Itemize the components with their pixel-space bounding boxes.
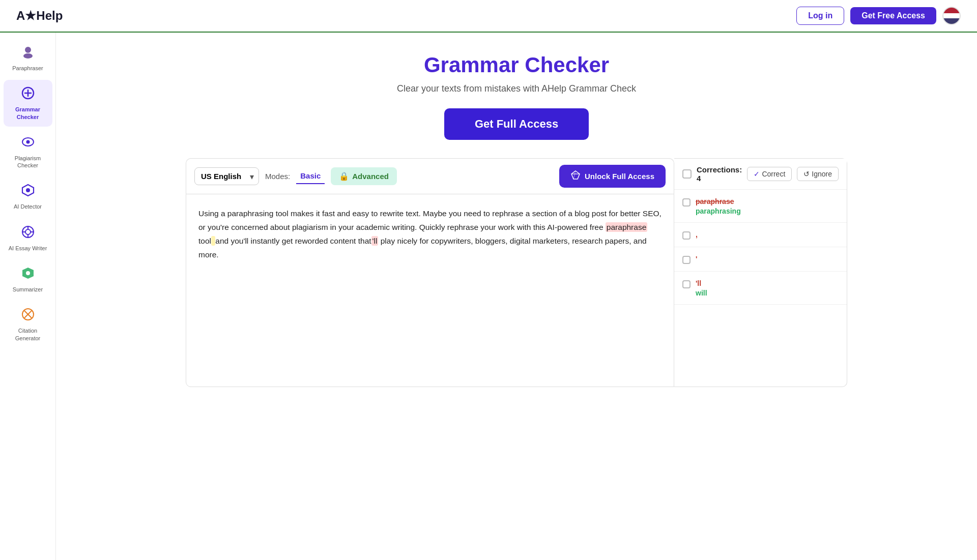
paraphraser-icon bbox=[21, 45, 35, 63]
plagiarism-checker-icon bbox=[21, 135, 35, 153]
login-button[interactable]: Log in bbox=[796, 7, 844, 25]
svg-point-8 bbox=[26, 188, 30, 192]
sidebar-item-citation-generator[interactable]: Citation Generator bbox=[4, 301, 52, 348]
grammar-checker-icon bbox=[21, 86, 35, 104]
sidebar-item-summarizer-label: Summarizer bbox=[13, 286, 43, 293]
sidebar-item-paraphraser-label: Paraphraser bbox=[12, 65, 43, 72]
language-flag[interactable] bbox=[942, 7, 961, 25]
sidebar-item-summarizer[interactable]: Summarizer bbox=[4, 260, 52, 299]
sidebar-item-ai-label: AI Detector bbox=[14, 203, 42, 210]
lock-icon: 🔒 bbox=[339, 171, 349, 181]
tool-area: US English UK English Modes: Basic 🔒 Adv… bbox=[186, 158, 847, 387]
sidebar-item-grammar-label: Grammar Checker bbox=[8, 106, 48, 121]
language-selector[interactable]: US English UK English bbox=[194, 167, 259, 185]
checkmark-icon: ✓ bbox=[754, 170, 760, 178]
editor-text-part2: tool bbox=[198, 237, 211, 245]
get-full-access-button[interactable]: Get Full Access bbox=[444, 108, 589, 140]
correction-checkbox-2[interactable] bbox=[682, 231, 691, 240]
sidebar-item-plagiarism-checker[interactable]: Plagiarism Checker bbox=[4, 129, 52, 175]
toolbar: US English UK English Modes: Basic 🔒 Adv… bbox=[186, 158, 674, 194]
ignore-label: Ignore bbox=[812, 170, 832, 178]
ignore-button[interactable]: ↺ Ignore bbox=[797, 167, 839, 181]
correction-content-2: , bbox=[696, 230, 839, 239]
correction-item-1: paraphrase paraphrasing bbox=[674, 190, 847, 223]
hero-subtitle: Clear your texts from mistakes with AHel… bbox=[66, 83, 967, 94]
correct-label: Correct bbox=[762, 170, 785, 178]
correction-content-3: ' bbox=[696, 254, 839, 263]
corrections-select-all-checkbox[interactable] bbox=[682, 169, 692, 179]
layout: Paraphraser Grammar Checker Plagiarism C… bbox=[0, 0, 977, 560]
ai-essay-writer-icon bbox=[21, 225, 35, 243]
language-selector-wrap: US English UK English bbox=[194, 167, 259, 185]
advanced-label: Advanced bbox=[352, 172, 389, 181]
ignore-icon: ↺ bbox=[803, 170, 810, 178]
correct-button[interactable]: ✓ Correct bbox=[747, 167, 792, 181]
ai-detector-icon bbox=[21, 183, 35, 201]
sidebar-item-ai-essay-writer[interactable]: AI Essay Writer bbox=[4, 219, 52, 258]
correction-symbol-3: ' bbox=[696, 255, 697, 263]
text-editor[interactable]: Using a paraphrasing tool makes it fast … bbox=[186, 194, 674, 387]
logo[interactable]: A★Help bbox=[16, 9, 63, 23]
correction-symbol-2: , bbox=[696, 230, 698, 239]
unlock-full-label: Unlock Full Access bbox=[585, 172, 654, 181]
svg-point-16 bbox=[26, 271, 30, 275]
us-flag-icon bbox=[942, 7, 961, 25]
correction-checkbox-4[interactable] bbox=[682, 280, 691, 288]
sidebar-item-citation-label: Citation Generator bbox=[8, 327, 48, 342]
modes-label: Modes: bbox=[265, 172, 290, 181]
citation-generator-icon bbox=[21, 307, 35, 325]
advanced-mode-button[interactable]: 🔒 Advanced bbox=[331, 167, 397, 185]
correction-checkbox-1[interactable] bbox=[682, 198, 691, 207]
editor-text-part1: Using a paraphrasing tool makes it fast … bbox=[198, 209, 662, 231]
svg-marker-20 bbox=[571, 171, 580, 179]
logo-text: A★Help bbox=[16, 9, 63, 23]
sidebar-item-essay-label: AI Essay Writer bbox=[9, 245, 47, 252]
svg-point-10 bbox=[25, 229, 31, 234]
correction-right-4: will bbox=[696, 289, 839, 297]
sidebar-item-ai-detector[interactable]: AI Detector bbox=[4, 177, 52, 216]
correction-item-3: ' bbox=[674, 247, 847, 272]
highlight-paraphrase: paraphrase bbox=[606, 222, 647, 232]
corrections-count: Corrections: 4 bbox=[697, 165, 742, 183]
editor-wrapper: US English UK English Modes: Basic 🔒 Adv… bbox=[186, 158, 674, 387]
page-title: Grammar Checker bbox=[66, 53, 967, 77]
correction-content-1: paraphrase paraphrasing bbox=[696, 197, 839, 215]
correction-item-4: 'll will bbox=[674, 272, 847, 305]
summarizer-icon bbox=[21, 266, 35, 284]
correction-content-4: 'll will bbox=[696, 279, 839, 297]
correction-wrong-1: paraphrase bbox=[696, 197, 734, 205]
svg-point-0 bbox=[25, 47, 31, 53]
sidebar-item-paraphraser[interactable]: Paraphraser bbox=[4, 39, 52, 78]
corrections-panel: Corrections: 4 ✓ Correct ↺ Ignore paraph… bbox=[674, 158, 847, 387]
sidebar-item-plagiarism-label: Plagiarism Checker bbox=[8, 155, 48, 169]
hero-section: Grammar Checker Clear your texts from mi… bbox=[66, 53, 967, 140]
main-content: Grammar Checker Clear your texts from mi… bbox=[56, 33, 977, 560]
corrections-header: Corrections: 4 ✓ Correct ↺ Ignore bbox=[674, 159, 847, 190]
unlock-full-access-button[interactable]: Unlock Full Access bbox=[559, 165, 666, 188]
sidebar: Paraphraser Grammar Checker Plagiarism C… bbox=[0, 33, 56, 560]
diamond-icon bbox=[570, 170, 581, 183]
header: A★Help Log in Get Free Access bbox=[0, 0, 977, 33]
sidebar-item-grammar-checker[interactable]: Grammar Checker bbox=[4, 80, 52, 127]
basic-mode-button[interactable]: Basic bbox=[296, 168, 325, 184]
editor-text-part3: and you'll instantly get reworded conten… bbox=[215, 237, 371, 245]
correction-wrong-4: 'll bbox=[696, 279, 701, 287]
get-free-access-button[interactable]: Get Free Access bbox=[850, 7, 936, 24]
correction-right-1: paraphrasing bbox=[696, 207, 839, 215]
highlight-apostrophe: 'll bbox=[371, 236, 379, 246]
svg-point-6 bbox=[26, 140, 30, 143]
svg-point-1 bbox=[23, 53, 33, 58]
correction-item-2: , bbox=[674, 223, 847, 247]
correction-checkbox-3[interactable] bbox=[682, 256, 691, 264]
header-right: Log in Get Free Access bbox=[796, 7, 961, 25]
